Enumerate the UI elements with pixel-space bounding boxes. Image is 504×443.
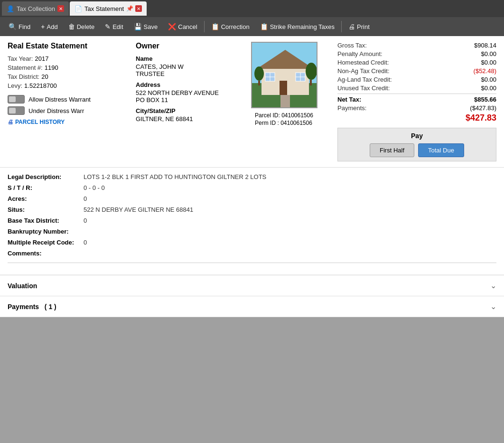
- accordion: Valuation ⌄ Payments ( 1 ) ⌄: [0, 275, 504, 317]
- perm-id-value: 0410061506: [280, 120, 312, 126]
- address-sublabel: Address: [136, 81, 240, 88]
- payments-accordion-header[interactable]: Payments ( 1 ) ⌄: [0, 296, 504, 317]
- payments-chevron-icon: ⌄: [490, 302, 496, 311]
- edit-button[interactable]: ✎ Edit: [100, 20, 128, 33]
- tax-year-label: Tax Year:: [8, 55, 33, 62]
- app-background: [0, 317, 504, 374]
- separator-2: [341, 21, 342, 32]
- tax-district-label: Tax District:: [8, 73, 39, 80]
- distress-warrant-toggle[interactable]: [8, 95, 25, 104]
- owner-section: Owner Name CATES, JOHN W TRUSTEE Address…: [136, 42, 240, 161]
- situs-label: Situs:: [8, 206, 84, 213]
- tab-tax-statement[interactable]: 📄 Tax Statement 📌 ✕: [70, 1, 147, 16]
- cancel-button[interactable]: ❌ Cancel: [163, 20, 202, 33]
- net-tax-label: Net Tax:: [337, 96, 361, 103]
- tab-tax-collection[interactable]: 👤 Tax Collection ✕: [2, 1, 69, 16]
- strike-button[interactable]: 📋 Strike Remaining Taxes: [255, 20, 339, 33]
- svg-rect-5: [280, 81, 287, 95]
- tax-year-row: Tax Year: 2017: [8, 55, 126, 62]
- legal-description-label: Legal Description:: [8, 173, 84, 180]
- owner-name-line2: TRUSTEE: [136, 70, 240, 77]
- under-distress-row: Under Distress Warr: [8, 106, 126, 115]
- details-section: Legal Description: LOTS 1-2 BLK 1 FIRST …: [0, 168, 504, 275]
- gross-tax-row: Gross Tax: $908.14: [337, 42, 496, 49]
- pay-buttons: First Half Total Due: [342, 143, 492, 157]
- tax-table: Gross Tax: $908.14 Penalty Amount: $0.00…: [337, 42, 496, 123]
- bankruptcy-label: Bankruptcy Number:: [8, 228, 84, 235]
- main-content: Real Estate Statement Tax Year: 2017 Sta…: [0, 36, 504, 317]
- str-label: S / T / R:: [8, 184, 84, 191]
- parcel-id-value: 0410061506: [281, 112, 313, 119]
- acres-label: Acres:: [8, 195, 84, 202]
- parcel-id-label: Parcel ID:: [255, 112, 280, 119]
- nonag-label: Non-Ag Tax Credit:: [337, 67, 390, 75]
- valuation-accordion-header[interactable]: Valuation ⌄: [0, 275, 504, 296]
- levy-value: 1.52218700: [24, 82, 57, 89]
- find-button[interactable]: 🔍 Find: [4, 20, 35, 33]
- statement-label: Statement #:: [8, 64, 43, 71]
- document-icon: 📄: [75, 5, 82, 12]
- legal-description-row: Legal Description: LOTS 1-2 BLK 1 FIRST …: [8, 173, 496, 180]
- payments-accordion-item: Payments ( 1 ) ⌄: [0, 296, 504, 317]
- unused-value: $0.00: [458, 85, 496, 92]
- str-row: S / T / R: 0 - 0 - 0: [8, 184, 496, 191]
- add-button[interactable]: + Add: [36, 20, 62, 33]
- tax-section: Gross Tax: $908.14 Penalty Amount: $0.00…: [328, 42, 496, 161]
- save-button[interactable]: 💾 Save: [129, 20, 163, 33]
- under-distress-toggle[interactable]: [8, 106, 25, 115]
- penalty-row: Penalty Amount: $0.00: [337, 50, 496, 57]
- comments-label: Comments:: [8, 250, 84, 257]
- total-due-button[interactable]: Total Due: [418, 143, 464, 157]
- distress-warrant-label: Allow Distress Warrant: [28, 96, 91, 103]
- pay-section: Pay First Half Total Due: [337, 128, 496, 161]
- situs-value: 522 N DERBY AVE GILTNER NE 68841: [84, 206, 193, 213]
- gross-tax-value: $908.14: [458, 42, 496, 49]
- unused-label: Unused Tax Credit:: [337, 85, 390, 92]
- bankruptcy-row: Bankruptcy Number:: [8, 228, 496, 235]
- photo-section: Parcel ID: 0410061506 Perm ID : 04100615…: [250, 42, 318, 161]
- first-half-button[interactable]: First Half: [370, 143, 414, 157]
- address-line2: PO BOX 11: [136, 96, 240, 104]
- under-distress-label: Under Distress Warr: [28, 107, 84, 114]
- base-tax-row: Base Tax District: 0: [8, 217, 496, 224]
- payments-row: Payments: ($427.83): [337, 104, 496, 112]
- property-photo-svg: [252, 43, 317, 108]
- tab-close-icon[interactable]: ✕: [57, 5, 64, 12]
- perm-id-row: Perm ID : 0410061506: [255, 120, 313, 126]
- acres-value: 0: [84, 195, 87, 202]
- pin-icon: 📌: [126, 5, 133, 12]
- city-value: GILTNER, NE 68841: [136, 115, 240, 123]
- separator-1: [204, 21, 205, 32]
- payments-label: Payments:: [337, 104, 366, 112]
- address-line1: 522 NORTH DERBY AVENUE: [136, 89, 240, 96]
- net-tax-value: $855.66: [474, 96, 496, 103]
- svg-rect-13: [258, 81, 260, 85]
- nonag-value: ($52.48): [458, 67, 496, 75]
- real-estate-title: Real Estate Statement: [8, 42, 126, 50]
- perm-id-label: Perm ID :: [255, 120, 279, 126]
- distress-warrant-row: Allow Distress Warrant: [8, 95, 126, 104]
- acres-row: Acres: 0: [8, 195, 496, 202]
- parcel-info: Parcel ID: 0410061506 Perm ID : 04100615…: [255, 112, 313, 127]
- valuation-accordion-item: Valuation ⌄: [0, 275, 504, 296]
- svg-point-12: [254, 66, 264, 81]
- net-tax-row: Net Tax: $855.66: [337, 96, 496, 103]
- print-button[interactable]: 🖨 Print: [344, 20, 374, 33]
- tab-statement-close-icon[interactable]: ✕: [135, 5, 142, 12]
- toolbar: 🔍 Find + Add 🗑 Delete ✎ Edit 💾 Save ❌ Ca…: [0, 17, 504, 36]
- correction-icon: 📋: [211, 23, 219, 30]
- tax-year-value: 2017: [35, 55, 49, 62]
- statement-value: 1190: [45, 64, 58, 71]
- multiple-receipt-row: Multiple Receipt Code: 0: [8, 239, 496, 246]
- gross-tax-label: Gross Tax:: [337, 42, 367, 49]
- delete-button[interactable]: 🗑 Delete: [64, 20, 100, 33]
- person-icon: 👤: [7, 5, 14, 12]
- cancel-icon: ❌: [168, 23, 176, 30]
- agland-value: $0.00: [458, 76, 496, 83]
- tab-tax-collection-label: Tax Collection: [17, 5, 55, 12]
- strike-icon: 📋: [260, 23, 268, 30]
- parcel-history-link[interactable]: 🖨 PARCEL HISTORY: [8, 119, 126, 125]
- multiple-receipt-label: Multiple Receipt Code:: [8, 239, 84, 246]
- homestead-row: Homestead Credit: $0.00: [337, 59, 496, 66]
- correction-button[interactable]: 📋 Correction: [206, 20, 254, 33]
